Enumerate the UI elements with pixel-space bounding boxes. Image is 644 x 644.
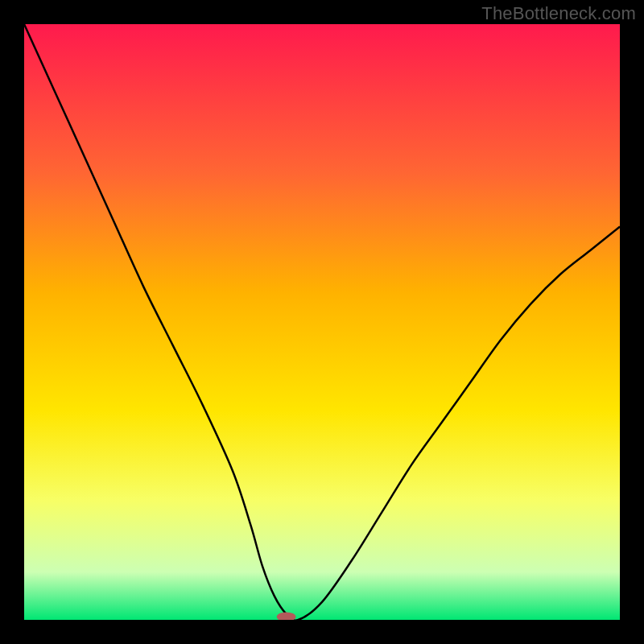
- watermark-text: TheBottleneck.com: [481, 3, 636, 24]
- chart-svg: [24, 24, 620, 620]
- gradient-background: [24, 24, 620, 620]
- plot-area: [24, 24, 620, 620]
- chart-frame: TheBottleneck.com: [0, 0, 644, 644]
